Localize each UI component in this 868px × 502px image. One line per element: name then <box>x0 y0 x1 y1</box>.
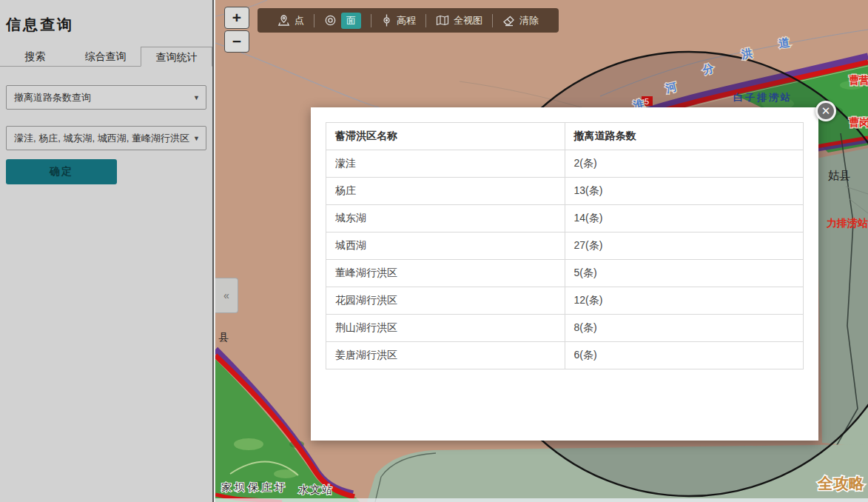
tab-comprehensive-query[interactable]: 综合查询 <box>70 47 141 66</box>
area-name-cell: 荆山湖行洪区 <box>326 315 565 342</box>
pump-station-label: 白子排涝站 <box>733 92 793 103</box>
elevation-marker-icon <box>381 14 392 27</box>
circle-target-icon <box>324 14 337 27</box>
query-type-select[interactable]: 撤离道路条数查询 ▼ <box>6 85 206 110</box>
road-count-cell: 14(条) <box>565 205 804 232</box>
confirm-button[interactable]: 确定 <box>6 159 117 184</box>
clear-tool-label: 清除 <box>519 14 539 27</box>
zoom-in-button[interactable]: + <box>224 7 249 29</box>
modal-close-button[interactable]: ✕ <box>815 101 836 121</box>
point-query-tool[interactable]: 点 <box>268 14 314 27</box>
levee-label: 家坝保庄圩 <box>221 481 288 493</box>
county-label-left: 县 <box>218 331 229 343</box>
flood-area-multiselect[interactable]: 濛洼, 杨庄, 城东湖, 城西湖, 董峰湖行洪区, 花园湖行洪区, 荆山湖行洪区… <box>6 126 206 150</box>
page-title: 信息查询 <box>0 0 212 35</box>
area-name-cell: 濛洼 <box>326 150 565 178</box>
elevation-tool-label: 高程 <box>397 14 416 27</box>
query-tabbar: 搜索 综合查询 查询统计 <box>0 47 212 67</box>
table-row: 城东湖 14(条) <box>326 205 804 232</box>
chevron-down-icon: ▼ <box>193 135 200 142</box>
road-count-cell: 2(条) <box>565 150 804 178</box>
full-extent-tool[interactable]: 全视图 <box>426 14 492 27</box>
map-pin-icon <box>277 14 290 27</box>
village-label-red-top: 曹营 <box>849 74 868 86</box>
sidebar-collapse-handle[interactable]: « <box>215 278 238 313</box>
table-row: 董峰湖行洪区 5(条) <box>326 260 804 287</box>
table-header-row: 蓄滞洪区名称 撤离道路条数 <box>326 123 804 150</box>
statistics-result-modal: 蓄滞洪区名称 撤离道路条数 濛洼 2(条) 杨庄 13(条) 城东湖 14(条) <box>311 107 818 441</box>
svg-text:5: 5 <box>645 97 649 106</box>
road-count-cell: 27(条) <box>565 232 804 260</box>
table-row: 花园湖行洪区 12(条) <box>326 287 804 315</box>
zoom-out-button[interactable]: − <box>224 30 249 53</box>
road-count-cell: 6(条) <box>565 342 804 369</box>
road-count-cell: 12(条) <box>565 287 804 315</box>
area-name-cell: 花园湖行洪区 <box>326 287 565 315</box>
area-name-cell: 城东湖 <box>326 205 565 232</box>
zoom-control: + − <box>224 7 249 53</box>
polygon-tool-label: 面 <box>341 13 361 29</box>
gis-query-app: 信息查询 搜索 综合查询 查询统计 撤离道路条数查询 ▼ 濛洼, 杨庄, 城东湖… <box>0 0 868 502</box>
flood-area-value: 濛洼, 杨庄, 城东湖, 城西湖, 董峰湖行洪区, 花园湖行洪区, 荆山湖行洪区… <box>7 132 190 145</box>
tab-query-statistics[interactable]: 查询统计 <box>141 47 212 67</box>
column-header-road-count: 撤离道路条数 <box>565 123 804 150</box>
chevron-down-icon: ▼ <box>193 94 200 101</box>
table-row: 濛洼 2(条) <box>326 150 804 178</box>
hydro-station-label: 水文站 <box>298 483 334 495</box>
evacuation-roads-table: 蓄滞洪区名称 撤离道路条数 濛洼 2(条) 杨庄 13(条) 城东湖 14(条) <box>326 122 804 369</box>
eraser-icon <box>502 15 515 27</box>
road-count-cell: 5(条) <box>565 260 804 287</box>
column-header-area-name: 蓄滞洪区名称 <box>326 123 565 150</box>
table-row: 城西湖 27(条) <box>326 232 804 260</box>
full-extent-tool-label: 全视图 <box>454 14 482 27</box>
clear-tool[interactable]: 清除 <box>493 14 548 27</box>
watermark-label: 全攻略 <box>817 475 865 492</box>
elevation-tool[interactable]: 高程 <box>371 14 425 27</box>
polygon-query-tool[interactable]: 面 <box>314 13 371 29</box>
table-row: 姜唐湖行洪区 6(条) <box>326 342 804 369</box>
close-icon: ✕ <box>821 104 831 117</box>
county-label-right: 姑县 <box>828 169 850 181</box>
info-query-sidebar: 信息查询 搜索 综合查询 查询统计 撤离道路条数查询 ▼ 濛洼, 杨庄, 城东湖… <box>0 0 214 502</box>
area-name-cell: 董峰湖行洪区 <box>326 260 565 287</box>
area-name-cell: 姜唐湖行洪区 <box>326 342 565 369</box>
full-extent-icon <box>436 15 449 26</box>
svg-text:道: 道 <box>777 36 791 50</box>
query-type-value: 撤离道路条数查询 <box>7 91 91 104</box>
station-label-red: 力排涝站 <box>826 217 868 229</box>
table-row: 杨庄 13(条) <box>326 178 804 205</box>
area-name-cell: 城西湖 <box>326 232 565 260</box>
tab-search[interactable]: 搜索 <box>0 47 70 66</box>
village-label-red: 曹岗 <box>849 116 868 128</box>
map-attribution-strip <box>215 498 868 502</box>
area-name-cell: 杨庄 <box>326 178 565 205</box>
road-count-cell: 13(条) <box>565 178 804 205</box>
table-row: 荆山湖行洪区 8(条) <box>326 315 804 342</box>
point-tool-label: 点 <box>295 14 304 27</box>
svg-text:洪: 洪 <box>740 47 754 62</box>
map-toolbar: 点 面 高程 <box>258 8 559 33</box>
road-count-cell: 8(条) <box>565 315 804 342</box>
